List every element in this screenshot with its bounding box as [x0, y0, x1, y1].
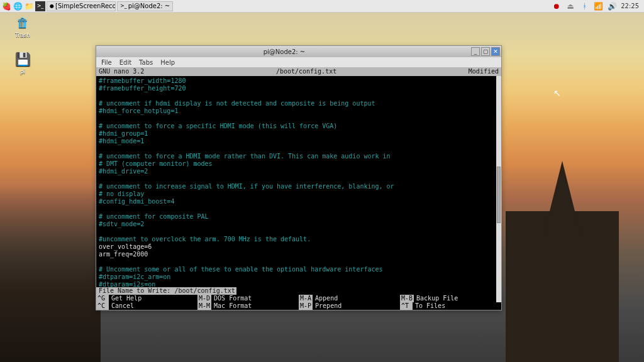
terminal-window: pi@Node2: ~ _ ▢ ✕ File Edit Tabs Help GN… [96, 45, 502, 310]
window-titlebar[interactable]: pi@Node2: ~ _ ▢ ✕ [96, 46, 501, 57]
editor-line: # uncomment if hdmi display is not detec… [99, 100, 499, 107]
taskbar: 🍓🌐📁>_●[SimpleScreenRecord...>_pi@Node2: … [0, 0, 644, 13]
editor-line [99, 145, 499, 153]
taskbar-clock[interactable]: 22:25 [621, 3, 639, 9]
shortcut-label: Cancel [109, 302, 134, 310]
taskbar-tray: ⏺⏏ᚼ📶🔊22:25 [552, 1, 644, 11]
nano-shortcut: M-BBackup File [400, 295, 501, 302]
shortcut-key: ^C [96, 302, 109, 310]
shortcut-label: Append [313, 295, 338, 302]
editor-line: # Uncomment some or all of these to enab… [99, 266, 499, 273]
shortcut-key: M-D [197, 295, 211, 302]
editor-line: # uncomment to force a HDMI mode rather … [99, 153, 499, 160]
window-buttons: _ ▢ ✕ [471, 47, 500, 56]
editor-line: # uncomment to increase signal to HDMI, … [99, 183, 499, 190]
editor-line [99, 258, 499, 266]
record-icon[interactable]: ⏺ [552, 1, 562, 11]
drive-pi-icon-glyph: 💾 [14, 52, 31, 67]
editor-line: #framebuffer_height=720 [99, 85, 499, 92]
editor-line: #uncomment to overclock the arm. 700 MHz… [99, 236, 499, 243]
drive-pi-icon[interactable]: 💾pi [8, 52, 38, 75]
mouse-cursor: ↖ [553, 88, 561, 98]
editor-line: #hdmi_mode=1 [99, 138, 499, 145]
volume-icon[interactable]: 🔊 [607, 1, 617, 11]
task-label: [SimpleScreenRecord... [55, 3, 116, 9]
menu-file[interactable]: File [101, 59, 112, 66]
shortcut-key: M-M [197, 302, 211, 310]
nano-prompt-remainder [236, 287, 499, 295]
shortcut-label: Get Help [109, 295, 142, 302]
editor-line: #dtparam=i2s=on [99, 281, 499, 287]
shortcut-label: Prepend [313, 302, 341, 310]
nano-prompt-label: File Name to Write: [99, 287, 170, 295]
nano-save-prompt[interactable]: File Name to Write: /boot/config.txt [96, 287, 501, 295]
nano-shortcut: M-AAppend [299, 295, 400, 302]
taskbar-task-1[interactable]: >_pi@Node2: ~ [117, 1, 173, 11]
task-label: pi@Node2: ~ [128, 3, 170, 9]
nano-shortcut: M-PPrepend [299, 302, 400, 310]
editor-line [99, 115, 499, 123]
taskbar-left: 🍓🌐📁>_●[SimpleScreenRecord...>_pi@Node2: … [0, 1, 173, 11]
shortcut-key: ^T [400, 302, 413, 310]
trash-icon-glyph: 🗑 [14, 15, 31, 30]
nano-status: Modified [469, 67, 499, 76]
editor-line: #hdmi_force_hotplug=1 [99, 107, 499, 115]
scrollbar-thumb[interactable] [497, 167, 501, 223]
trash-icon[interactable]: 🗑Trash [8, 15, 38, 38]
nano-header: GNU nano 3.2 /boot/config.txt Modified [96, 67, 501, 76]
bluetooth-icon[interactable]: ᚼ [579, 1, 589, 11]
shortcut-key: M-B [400, 295, 414, 302]
shortcut-key: M-A [299, 295, 313, 302]
editor-line [99, 206, 499, 213]
editor-line [99, 228, 499, 236]
shortcut-key: M-P [299, 302, 313, 310]
nano-shortcut: M-MMac Format [197, 302, 299, 310]
nano-shortcut: ^GGet Help [96, 295, 197, 302]
nano-shortcut: ^CCancel [96, 302, 197, 310]
eject-icon[interactable]: ⏏ [565, 1, 575, 11]
menu-tabs[interactable]: Tabs [139, 59, 153, 66]
nano-shortcuts: ^GGet HelpM-DDOS FormatM-AAppendM-BBacku… [96, 295, 501, 310]
shortcut-label: DOS Format [211, 295, 252, 302]
raspberry-menu-icon[interactable]: 🍓 [1, 1, 11, 11]
task-icon: ● [50, 3, 54, 9]
taskbar-task-0[interactable]: ●[SimpleScreenRecord... [47, 1, 116, 11]
terminal-icon[interactable]: >_ [35, 1, 45, 11]
editor-line: # DMT (computer monitor) modes [99, 160, 499, 168]
editor-line: #framebuffer_width=1280 [99, 77, 499, 85]
terminal-scrollbar[interactable] [496, 76, 501, 302]
nano-filepath: /boot/config.txt [144, 67, 469, 76]
close-button[interactable]: ✕ [491, 47, 500, 56]
editor-line: over_voltage=6 [99, 243, 499, 251]
editor-line: # uncomment to force a specific HDMI mod… [99, 123, 499, 130]
wifi-icon[interactable]: 📶 [593, 1, 603, 11]
editor-line: # no display [99, 190, 499, 198]
nano-shortcut: M-DDOS Format [197, 295, 299, 302]
menu-edit[interactable]: Edit [119, 59, 131, 66]
menu-help[interactable]: Help [160, 59, 175, 66]
minimize-button[interactable]: _ [471, 47, 480, 56]
nano-version: GNU nano 3.2 [99, 67, 144, 76]
shortcut-label: To Files [413, 302, 445, 310]
editor-line: #dtparam=i2c_arm=on [99, 273, 499, 281]
nano-prompt-value[interactable]: /boot/config.txt [174, 287, 235, 295]
task-icon: >_ [120, 3, 127, 9]
file-manager-icon[interactable]: 📁 [24, 1, 34, 11]
window-title: pi@Node2: ~ [97, 48, 471, 55]
shortcut-label: Backup File [414, 295, 458, 302]
nano-shortcut: ^TTo Files [400, 302, 501, 310]
globe-browser-icon[interactable]: 🌐 [13, 1, 23, 11]
editor-line: arm_freq=2000 [99, 251, 499, 258]
background-silhouette-left [0, 186, 101, 362]
editor-line [99, 175, 499, 183]
editor-line: # uncomment for composite PAL [99, 213, 499, 221]
editor-line: #config_hdmi_boost=4 [99, 198, 499, 206]
trash-icon-label: Trash [8, 32, 38, 38]
drive-pi-icon-label: pi [8, 69, 38, 75]
nano-editor-body[interactable]: #framebuffer_width=1280#framebuffer_heig… [96, 76, 501, 287]
editor-line [99, 92, 499, 100]
editor-line: #sdtv_mode=2 [99, 221, 499, 228]
maximize-button[interactable]: ▢ [481, 47, 490, 56]
editor-line: #hdmi_group=1 [99, 130, 499, 138]
shortcut-key: ^G [96, 295, 109, 302]
